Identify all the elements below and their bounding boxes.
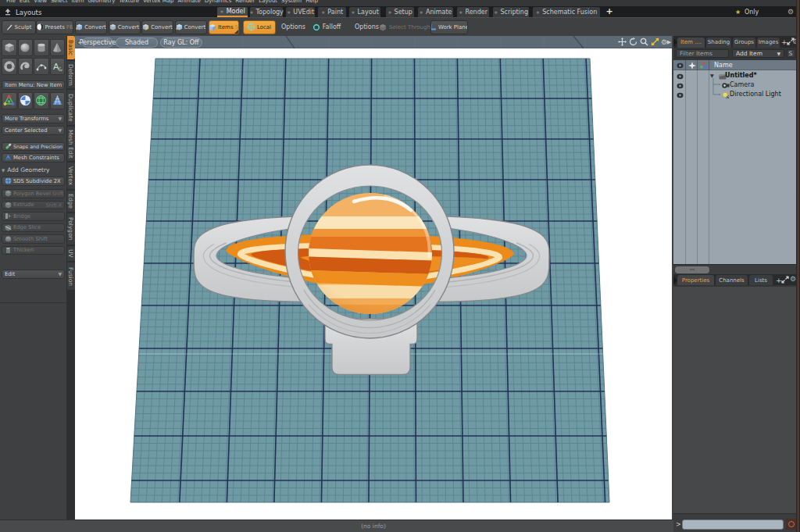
item-row-camera[interactable]: Camera xyxy=(673,80,796,90)
orbit-icon[interactable] xyxy=(629,37,638,47)
zoom-icon[interactable] xyxy=(640,37,649,47)
convert-items-button[interactable]: Convert xyxy=(175,20,207,34)
item-row-directional-light[interactable]: Directional Light xyxy=(673,90,796,99)
tab-topology[interactable]: ★Topology xyxy=(250,7,283,17)
raygl-pill[interactable]: Ray GL: Off xyxy=(160,37,202,48)
tab-layout[interactable]: ★Layout xyxy=(349,7,380,17)
tab-lists[interactable]: Lists xyxy=(749,275,773,285)
primitive-cone-button[interactable] xyxy=(50,39,66,56)
thicken-button[interactable]: Thicken xyxy=(2,246,65,255)
primitive-swirl-button[interactable] xyxy=(18,58,34,75)
menu-system[interactable]: System xyxy=(281,0,302,4)
tab-scripting[interactable]: ★Scripting xyxy=(493,7,529,17)
layouts-menu[interactable]: Layouts xyxy=(16,9,41,16)
name-column-header[interactable]: Name xyxy=(714,62,733,69)
primitive-cube-button[interactable] xyxy=(2,39,17,56)
center-selected-dropdown[interactable]: Center Selected▼ xyxy=(2,126,65,135)
curve-tool-button[interactable] xyxy=(34,58,49,75)
eye-icon[interactable] xyxy=(677,73,684,80)
eye-icon[interactable] xyxy=(677,83,684,89)
solo-button[interactable]: S xyxy=(787,49,795,58)
tab-render[interactable]: ★Render xyxy=(457,7,489,17)
tab-item-list[interactable]: Item .... xyxy=(677,37,705,48)
item-row-scene[interactable]: ▼ Untitled* xyxy=(673,71,796,80)
tab-paint[interactable]: ★Paint xyxy=(318,7,346,17)
scrollbar-thumb[interactable] xyxy=(675,266,709,273)
pan-icon[interactable] xyxy=(618,37,627,47)
mesh-constraints-button[interactable]: Mesh Constraints xyxy=(2,153,65,162)
menu-edit[interactable]: Edit xyxy=(20,0,30,4)
convert-edges-button[interactable]: Convert xyxy=(109,20,141,34)
polygon-bevel-button[interactable]: Polygon BevelShift-B xyxy=(2,189,65,198)
options-button-1[interactable]: Options xyxy=(277,20,309,34)
tab-schematic-fusion[interactable]: ★Schematic Fusion xyxy=(533,7,600,17)
local-action-center-button[interactable]: Local xyxy=(243,20,276,34)
layouts-gear-icon[interactable]: ⚙ xyxy=(788,8,794,16)
disclosure-triangle[interactable]: ▼ xyxy=(710,73,714,78)
tab-shading[interactable]: Shading xyxy=(706,37,731,48)
options-button-2[interactable]: Options xyxy=(351,20,383,34)
add-geometry-section-header[interactable]: ▼Add Geometry xyxy=(2,166,65,173)
menu-dynamics[interactable]: Dynamics xyxy=(205,0,232,4)
vtab-uv[interactable]: UV xyxy=(67,246,76,261)
layouts-icon[interactable] xyxy=(4,8,12,16)
shading-mode-pill[interactable]: Shaded xyxy=(116,37,158,48)
convert-polygons-button[interactable]: Convert xyxy=(141,20,173,34)
command-history-button[interactable] xyxy=(786,519,796,530)
properties-gear-icon[interactable]: ⚙ xyxy=(790,275,796,283)
add-layout-tab-button[interactable]: + xyxy=(603,7,616,16)
tab-model[interactable]: ★Model xyxy=(217,7,248,17)
menu-view[interactable]: View xyxy=(34,0,47,4)
tab-animate[interactable]: ★Animate xyxy=(418,7,453,17)
bridge-button[interactable]: Bridge xyxy=(2,212,65,221)
edit-dropdown[interactable]: Edit▼ xyxy=(2,270,65,279)
sculpt-button[interactable]: Sculpt xyxy=(2,20,36,34)
extrude-button[interactable]: ExtrudeShift-X xyxy=(2,201,65,210)
primitive-cylinder-button[interactable] xyxy=(34,39,49,56)
menu-file[interactable]: File xyxy=(6,0,16,4)
primitive-sphere-button[interactable] xyxy=(18,39,34,56)
items-mode-button[interactable]: Items 5 xyxy=(209,20,239,34)
menu-item[interactable]: Item xyxy=(72,0,84,4)
presets-button[interactable]: Presets F6 xyxy=(36,20,73,34)
tab-setup[interactable]: ★Setup xyxy=(386,7,414,17)
camera-mode-pill[interactable]: Perspective xyxy=(82,37,113,48)
primitive-torus-button[interactable] xyxy=(2,58,17,75)
snaps-precision-button[interactable]: Snaps and Precision xyxy=(2,142,65,152)
edge-slice-button[interactable]: Edge Slice xyxy=(2,223,65,233)
filter-items-input[interactable]: Filter Items xyxy=(676,49,729,58)
work-plane-button[interactable]: Work Plane xyxy=(430,20,468,34)
command-input[interactable] xyxy=(682,520,784,530)
select-through-toggle[interactable]: Select Through xyxy=(382,20,427,34)
vtab-fusion[interactable]: Fusion xyxy=(67,262,76,290)
eye-icon[interactable] xyxy=(677,92,684,98)
menu-render[interactable]: Render xyxy=(235,0,255,4)
tab-images[interactable]: Images xyxy=(757,37,780,48)
add-item-dropdown[interactable]: Add Item▼ xyxy=(732,49,784,58)
menu-layout[interactable]: Layout xyxy=(259,0,277,4)
vtab-basic[interactable]: Basic xyxy=(67,36,76,59)
item-menu-dropdown[interactable]: Item Menu: New Item▼ xyxy=(2,80,65,90)
tab-uvedit[interactable]: ★UVEdit xyxy=(286,7,315,17)
tab-channels[interactable]: Channels xyxy=(716,275,748,285)
menu-animate[interactable]: Animate xyxy=(177,0,200,4)
menu-vertex-map[interactable]: Vertex Map xyxy=(143,0,174,4)
wire-sphere-tool-button[interactable] xyxy=(34,92,49,109)
convert-vertices-button[interactable]: Convert xyxy=(75,20,107,34)
vtab-duplicate[interactable]: Duplicate xyxy=(67,90,76,125)
menu-help[interactable]: Help xyxy=(305,0,318,4)
menu-texture[interactable]: Texture xyxy=(119,0,139,4)
vtab-vertex[interactable]: Vertex xyxy=(67,162,76,189)
vtab-deform[interactable]: Deform xyxy=(67,61,76,88)
text-tool-button[interactable]: A& xyxy=(50,58,66,75)
falloff-button[interactable]: Falloff xyxy=(312,20,341,34)
uv-sphere-tool-button[interactable] xyxy=(18,92,34,109)
viewport-3d[interactable]: Perspective Shaded Ray GL: Off ⚙ ▶ xyxy=(75,36,672,520)
only-toggle[interactable]: Only xyxy=(745,9,759,16)
viewport-more-icon[interactable]: ▶ xyxy=(666,37,672,47)
vtab-edge[interactable]: Edge xyxy=(67,191,76,212)
gizmo-tool-button[interactable] xyxy=(2,92,17,109)
sds-subdivide-button[interactable]: SDS Subdivide 2X xyxy=(2,177,65,186)
more-transforms-dropdown[interactable]: More Transforms▼ xyxy=(2,114,65,123)
item-list-scrollbar[interactable] xyxy=(673,264,796,274)
